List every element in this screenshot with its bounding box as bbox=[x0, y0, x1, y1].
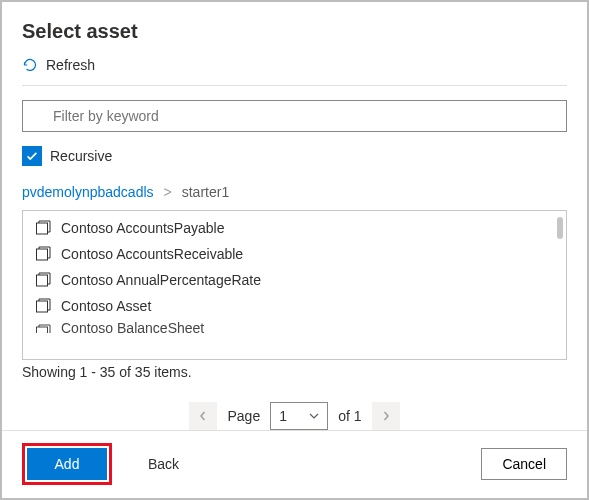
list-item[interactable]: Contoso AccountsPayable bbox=[23, 215, 566, 241]
status-text: Showing 1 - 35 of 35 items. bbox=[22, 364, 567, 380]
dialog-title: Select asset bbox=[22, 20, 567, 43]
asset-list: Contoso AccountsPayable Contoso Accounts… bbox=[22, 210, 567, 360]
divider bbox=[22, 85, 567, 86]
svg-rect-3 bbox=[37, 301, 48, 312]
asset-icon bbox=[35, 324, 51, 333]
svg-rect-2 bbox=[37, 275, 48, 286]
asset-name: Contoso BalanceSheet bbox=[61, 320, 204, 333]
chevron-down-icon bbox=[309, 408, 319, 424]
filter-input[interactable] bbox=[22, 100, 567, 132]
breadcrumb: pvdemolynpbadcadls > starter1 bbox=[22, 184, 567, 200]
asset-icon bbox=[35, 298, 51, 314]
page-of-label: of 1 bbox=[338, 408, 361, 424]
add-button[interactable]: Add bbox=[27, 448, 107, 480]
svg-rect-4 bbox=[37, 327, 48, 333]
asset-name: Contoso AccountsReceivable bbox=[61, 246, 243, 262]
recursive-checkbox[interactable] bbox=[22, 146, 42, 166]
refresh-label: Refresh bbox=[46, 57, 95, 73]
asset-icon bbox=[35, 246, 51, 262]
refresh-icon bbox=[22, 57, 38, 73]
prev-page-button[interactable] bbox=[189, 402, 217, 430]
next-page-button[interactable] bbox=[372, 402, 400, 430]
svg-rect-0 bbox=[37, 223, 48, 234]
asset-icon bbox=[35, 220, 51, 236]
asset-name: Contoso AccountsPayable bbox=[61, 220, 224, 236]
page-select-value: 1 bbox=[279, 408, 287, 424]
list-item[interactable]: Contoso AccountsReceivable bbox=[23, 241, 566, 267]
asset-name: Contoso AnnualPercentageRate bbox=[61, 272, 261, 288]
list-item[interactable]: Contoso AnnualPercentageRate bbox=[23, 267, 566, 293]
pager: Page 1 of 1 bbox=[22, 402, 567, 430]
highlight-box: Add bbox=[22, 443, 112, 485]
list-item[interactable]: Contoso BalanceSheet bbox=[23, 319, 566, 333]
dialog-footer: Add Back Cancel bbox=[2, 430, 587, 499]
breadcrumb-root-link[interactable]: pvdemolynpbadcadls bbox=[22, 184, 154, 200]
cancel-button[interactable]: Cancel bbox=[481, 448, 567, 480]
chevron-right-icon: > bbox=[164, 184, 172, 200]
list-item[interactable]: Contoso Asset bbox=[23, 293, 566, 319]
asset-icon bbox=[35, 272, 51, 288]
page-label: Page bbox=[227, 408, 260, 424]
breadcrumb-current: starter1 bbox=[182, 184, 229, 200]
back-button[interactable]: Back bbox=[128, 448, 199, 480]
svg-rect-1 bbox=[37, 249, 48, 260]
refresh-button[interactable]: Refresh bbox=[22, 57, 567, 73]
filter-field[interactable] bbox=[22, 100, 567, 132]
scrollbar-thumb[interactable] bbox=[557, 217, 563, 239]
recursive-label: Recursive bbox=[50, 148, 112, 164]
asset-name: Contoso Asset bbox=[61, 298, 151, 314]
page-select[interactable]: 1 bbox=[270, 402, 328, 430]
